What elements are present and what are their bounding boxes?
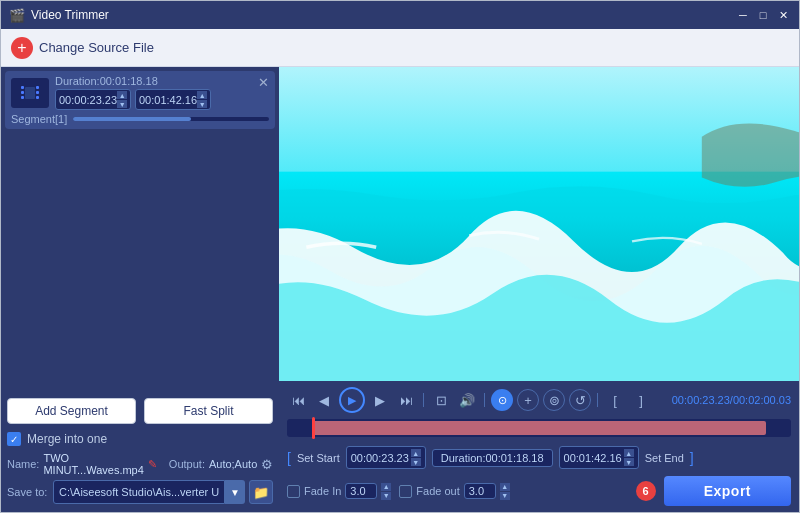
trim-end-up[interactable]: ▲ [624, 449, 634, 457]
save-path-input[interactable] [53, 480, 225, 504]
save-to-row: Save to: ▼ 📁 [7, 480, 273, 504]
save-path-dropdown[interactable]: ▼ [225, 480, 245, 504]
segment-item: ✕ [5, 71, 275, 129]
title-bar: 🎬 Video Trimmer ─ □ ✕ [1, 1, 799, 29]
svg-rect-2 [21, 91, 24, 94]
trim-start-up[interactable]: ▲ [411, 449, 421, 457]
end-time-down[interactable]: ▼ [197, 100, 207, 108]
set-start-label: Set Start [297, 452, 340, 464]
timeline-selected-range [312, 421, 766, 435]
trim-bracket-left: [ [287, 450, 291, 466]
fade-export-row: Fade In ▲ ▼ Fade out ▲ ▼ [279, 474, 799, 512]
title-bar-controls: ─ □ ✕ [735, 7, 791, 23]
start-time-down[interactable]: ▼ [117, 100, 127, 108]
divider-2 [484, 393, 485, 407]
start-time-input[interactable]: 00:00:23.23 ▲ ▼ [55, 89, 131, 110]
segment-times: 00:00:23.23 ▲ ▼ 00:01:42.16 ▲ ▼ [55, 89, 269, 110]
export-button[interactable]: Export [664, 476, 791, 506]
video-preview [279, 67, 799, 381]
app-title: Video Trimmer [31, 8, 109, 22]
segment-label-row: Segment[1] [11, 113, 269, 125]
trim-start-down[interactable]: ▼ [411, 458, 421, 466]
trim-end-time[interactable]: 00:01:42.16 ▲ ▼ [559, 446, 639, 469]
playback-controls: ⏮ ◀ ▶ ▶ ⏭ ⊡ 🔊 ⊙ + ⊚ ↺ [ ] [287, 387, 652, 413]
timeline-track[interactable] [287, 419, 791, 437]
crop-button[interactable]: ⊡ [430, 389, 452, 411]
open-folder-button[interactable]: 📁 [249, 480, 273, 504]
segment-progress-track [73, 117, 269, 121]
plus-icon: + [11, 37, 33, 59]
next-frame-button[interactable]: ▶ [369, 389, 391, 411]
minimize-button[interactable]: ─ [735, 7, 751, 23]
trim-end-down[interactable]: ▼ [624, 458, 634, 466]
right-panel: ⏮ ◀ ▶ ▶ ⏭ ⊡ 🔊 ⊙ + ⊚ ↺ [ ] 00: [279, 67, 799, 512]
divider-3 [597, 393, 598, 407]
timeline-section [279, 417, 799, 441]
video-preview-area [279, 67, 799, 381]
fade-in-value[interactable] [345, 483, 377, 499]
trim-controls: [ Set Start 00:00:23.23 ▲ ▼ Duration:00:… [287, 443, 791, 472]
fade-out-up[interactable]: ▲ [500, 483, 510, 491]
left-bottom: Add Segment Fast Split ✓ Merge into one … [5, 394, 275, 508]
svg-rect-6 [36, 96, 39, 99]
skip-start-button[interactable]: ⏮ [287, 389, 309, 411]
svg-rect-1 [21, 86, 24, 89]
end-time-spinners: ▲ ▼ [197, 91, 207, 108]
fade-controls: Fade In ▲ ▼ Fade out ▲ ▼ [287, 479, 510, 504]
segment-buttons: Add Segment Fast Split [7, 398, 273, 424]
start-time-spinners: ▲ ▼ [117, 91, 127, 108]
prev-frame-button[interactable]: ◀ [313, 389, 335, 411]
segment-label: Segment[1] [11, 113, 67, 125]
fade-out-value[interactable] [464, 483, 496, 499]
app-icon: 🎬 [9, 8, 25, 23]
end-time-up[interactable]: ▲ [197, 91, 207, 99]
fade-in-up[interactable]: ▲ [381, 483, 391, 491]
duration-display: Duration:00:01:18.18 [55, 75, 269, 87]
play-button[interactable]: ▶ [339, 387, 365, 413]
fade-in-spinners: ▲ ▼ [381, 483, 391, 500]
set-end-label: Set End [645, 452, 684, 464]
maximize-button[interactable]: □ [755, 7, 771, 23]
close-button[interactable]: ✕ [775, 7, 791, 23]
add-segment-button[interactable]: Add Segment [7, 398, 136, 424]
title-bar-left: 🎬 Video Trimmer [9, 8, 109, 23]
svg-rect-5 [36, 91, 39, 94]
output-label: Output: [169, 458, 205, 470]
start-time-up[interactable]: ▲ [117, 91, 127, 99]
main-content: ✕ [1, 67, 799, 512]
volume-button[interactable]: 🔊 [456, 389, 478, 411]
skip-end-button[interactable]: ⏭ [395, 389, 417, 411]
step-badge: 6 [636, 481, 656, 501]
clip-end-button[interactable]: ] [630, 389, 652, 411]
fade-in-label: Fade In [304, 485, 341, 497]
timeline-cursor[interactable] [312, 417, 315, 439]
record-button[interactable]: ⊚ [543, 389, 565, 411]
refresh-button[interactable]: ↺ [569, 389, 591, 411]
fast-split-button[interactable]: Fast Split [144, 398, 273, 424]
fade-out-spinners: ▲ ▼ [500, 483, 510, 500]
close-segment-button[interactable]: ✕ [258, 75, 269, 90]
snapshot-button[interactable]: ⊙ [491, 389, 513, 411]
add-source-label: Change Source File [39, 40, 154, 55]
file-info-row: Name: TWO MINUT...Waves.mp4 ✎ Output: Au… [7, 452, 273, 476]
edit-filename-icon[interactable]: ✎ [148, 458, 157, 471]
merge-checkbox[interactable]: ✓ [7, 432, 21, 446]
save-to-label: Save to: [7, 486, 49, 498]
trim-duration-display: Duration:00:01:18.18 [432, 449, 553, 467]
add-button[interactable]: + [517, 389, 539, 411]
app-window: 🎬 Video Trimmer ─ □ ✕ + Change Source Fi… [0, 0, 800, 513]
add-source-button[interactable]: + Change Source File [11, 37, 154, 59]
clip-start-button[interactable]: [ [604, 389, 626, 411]
film-icon [20, 85, 40, 101]
fade-out-down[interactable]: ▼ [500, 492, 510, 500]
output-settings-icon[interactable]: ⚙ [261, 457, 273, 472]
ocean-scene [279, 67, 799, 381]
output-value: Auto;Auto [209, 458, 257, 470]
fade-out-checkbox[interactable] [399, 485, 412, 498]
segment-thumb-row: Duration:00:01:18.18 00:00:23.23 ▲ ▼ 00: [11, 75, 269, 110]
fade-in-down[interactable]: ▼ [381, 492, 391, 500]
fade-in-checkbox[interactable] [287, 485, 300, 498]
end-time-input[interactable]: 00:01:42.16 ▲ ▼ [135, 89, 211, 110]
trim-section: [ Set Start 00:00:23.23 ▲ ▼ Duration:00:… [279, 441, 799, 474]
trim-start-time[interactable]: 00:00:23.23 ▲ ▼ [346, 446, 426, 469]
